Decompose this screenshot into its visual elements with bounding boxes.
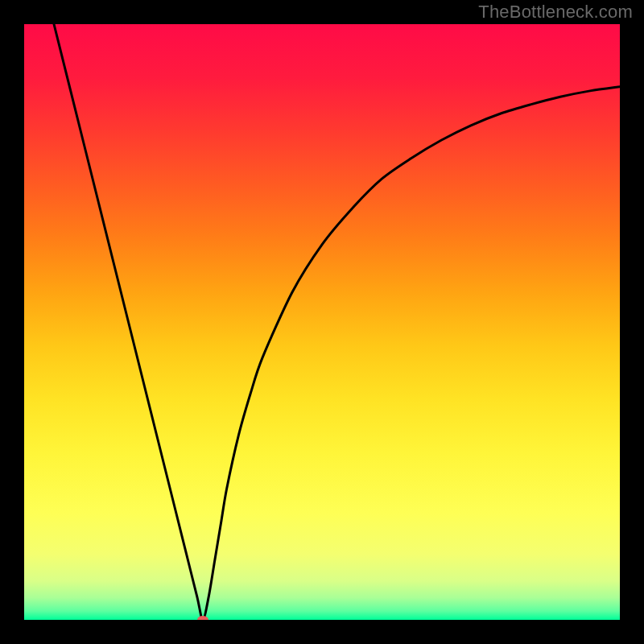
- chart-svg: [24, 24, 620, 620]
- plot-area: [24, 24, 620, 620]
- gradient-background: [24, 24, 620, 620]
- chart-frame: TheBottleneck.com: [0, 0, 644, 644]
- watermark-text: TheBottleneck.com: [478, 2, 633, 23]
